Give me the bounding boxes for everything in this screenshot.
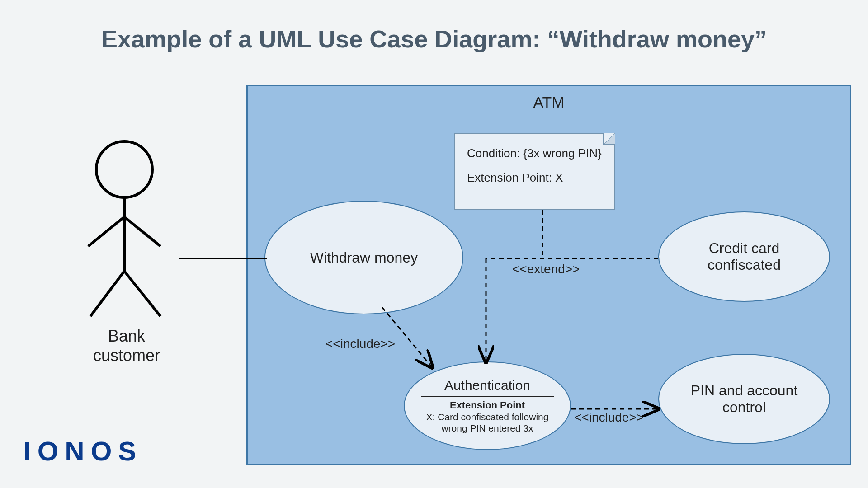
brand-logo: IONOS <box>24 436 142 467</box>
actor-label-text: Bank customer <box>93 327 160 365</box>
relationship-include-label-1: <<include>> <box>326 337 395 351</box>
svg-line-4 <box>90 271 124 316</box>
svg-point-0 <box>96 141 152 197</box>
svg-line-3 <box>124 217 160 246</box>
usecase-withdraw-money: Withdraw money <box>264 201 463 314</box>
usecase-pin-label: PIN and account control <box>659 382 829 416</box>
condition-note: Condition: {3x wrong PIN} Extension Poin… <box>454 133 615 210</box>
usecase-credit-card-confiscated: Credit card confiscated <box>658 211 830 302</box>
relationship-extend-label: <<extend>> <box>512 262 580 277</box>
diagram-canvas: Example of a UML Use Case Diagram: “With… <box>0 0 868 488</box>
usecase-authentication: Authentication Extension Point X: Card c… <box>404 361 571 450</box>
system-label: ATM <box>248 94 850 111</box>
note-line-extension-point: Extension Point: X <box>467 169 602 187</box>
diagram-title: Example of a UML Use Case Diagram: “With… <box>0 25 868 53</box>
note-line-condition: Condition: {3x wrong PIN} <box>467 144 602 162</box>
usecase-credit-label: Credit card confiscated <box>659 240 829 273</box>
usecase-auth-title: Authentication <box>444 378 530 393</box>
usecase-auth-divider <box>421 396 554 397</box>
actor-label: Bank customer <box>77 326 176 365</box>
svg-line-2 <box>88 217 124 246</box>
relationship-include-label-2: <<include>> <box>574 410 644 425</box>
usecase-auth-ext-header: Extension Point <box>450 399 525 411</box>
svg-line-5 <box>124 271 160 316</box>
usecase-auth-ext-body: X: Card confiscated following wrong PIN … <box>421 411 554 434</box>
actor-icon <box>88 141 160 316</box>
usecase-withdraw-label: Withdraw money <box>310 249 418 266</box>
note-fold-icon <box>603 133 615 145</box>
usecase-pin-account-control: PIN and account control <box>658 354 830 444</box>
